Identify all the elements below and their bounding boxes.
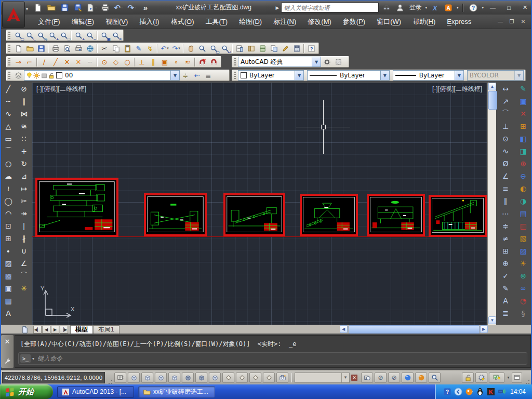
zoom-center-button[interactable]: + <box>47 31 58 41</box>
toolbar-button[interactable]: ⊞ <box>516 120 530 132</box>
scroll-up-button[interactable]: ▲ <box>488 83 496 90</box>
infer-constraints-toggle[interactable] <box>128 373 140 383</box>
break-at-point-button[interactable]: ∣ <box>17 220 31 232</box>
annotation-monitor-button[interactable] <box>276 373 288 383</box>
snap-mode-toggle[interactable] <box>141 373 153 383</box>
zoom-object-button[interactable]: □ <box>58 31 70 41</box>
sign-in-button[interactable] <box>394 2 406 14</box>
tab-layout1[interactable]: 布局1 <box>93 325 119 334</box>
toolbar-grip[interactable] <box>234 58 236 65</box>
snap-to-parallel-button[interactable]: ∥ <box>148 57 159 67</box>
command-prompt-caret-icon[interactable]: ▾ <box>32 356 34 361</box>
zoom-extents-button[interactable]: ✕ <box>110 31 122 41</box>
toolbar-button[interactable]: § <box>516 307 530 320</box>
menu-modify[interactable]: 修改(M) <box>302 15 337 29</box>
new-file-button[interactable] <box>31 2 44 14</box>
kaspersky-tray-icon[interactable]: K <box>487 388 495 396</box>
move-button[interactable]: + <box>17 145 31 157</box>
pan-realtime-button[interactable] <box>185 44 196 54</box>
arc-length-dimension-button[interactable]: ⌒ <box>499 108 512 120</box>
menu-edit[interactable]: 编辑(E) <box>66 15 100 29</box>
application-menu-button[interactable] <box>2 2 25 28</box>
menu-help[interactable]: 帮助(H) <box>407 15 441 29</box>
angular-dimension-button[interactable]: ∠ <box>499 170 512 182</box>
save-as-button[interactable] <box>72 2 84 14</box>
menu-view[interactable]: 视图(V) <box>100 15 134 29</box>
snap-to-tangent-button[interactable]: ○ <box>122 57 133 67</box>
menu-insert[interactable]: 插入(I) <box>134 15 165 29</box>
make-object-layer-current-button[interactable]: ≑ <box>180 71 191 81</box>
dimension-update-button[interactable]: ≣ <box>499 307 512 320</box>
extend-button[interactable]: ↠ <box>17 207 31 220</box>
toolbar-button[interactable]: ▤ <box>516 207 530 220</box>
layer-combo[interactable]: 00 ▼ <box>24 70 180 81</box>
scroll-right-button[interactable]: ▶ <box>480 325 488 333</box>
workspace-combo[interactable]: AutoCAD 经典 ▼ <box>238 57 321 67</box>
plot-preview-button[interactable] <box>61 44 73 54</box>
screen-station-drawing[interactable] <box>367 194 425 236</box>
toolbar-grip[interactable] <box>8 32 10 39</box>
menu-tools[interactable]: 工具(T) <box>200 15 233 29</box>
exchange-apps-button[interactable]: A <box>443 2 454 14</box>
snap-to-insert-button[interactable]: ▣ <box>159 57 170 67</box>
zoom-window-button[interactable]: ▭ <box>12 31 24 41</box>
lineweight-combo[interactable]: ByLayer ▼ <box>393 70 464 81</box>
next-tab-button[interactable]: ▶ <box>51 326 59 334</box>
previous-tab-button[interactable]: ◀ <box>42 326 50 334</box>
chevron-down-icon[interactable]: ▼ <box>295 71 303 80</box>
aligned-dimension-button[interactable]: ↗ <box>499 95 512 108</box>
toolbar-button[interactable]: ◔ <box>516 295 530 307</box>
quick-dimension-button[interactable]: ≡ <box>499 182 512 195</box>
search-flyout-icon[interactable]: ▶ <box>276 5 280 10</box>
snap-to-nearest-button[interactable]: ≈ <box>182 57 193 67</box>
linear-dimension-button[interactable]: ↔ <box>499 83 512 95</box>
plot-button[interactable] <box>50 44 61 54</box>
quickcalc-button[interactable] <box>291 44 302 54</box>
object-snap-toggle[interactable] <box>195 373 207 383</box>
rectangle-button[interactable]: ▭ <box>2 132 15 145</box>
toolbar-grip[interactable] <box>8 45 10 52</box>
search-input[interactable] <box>281 3 379 12</box>
tab-model[interactable]: 模型 <box>70 325 93 334</box>
properties-button[interactable] <box>234 44 245 54</box>
arc-button[interactable]: ⌒ <box>2 145 15 157</box>
snap-to-node-button[interactable]: ∘ <box>170 57 182 67</box>
menu-parametric[interactable]: 参数(P) <box>337 15 371 29</box>
tool-palettes-button[interactable] <box>257 44 268 54</box>
chevron-down-icon[interactable]: ▾ <box>95 6 97 10</box>
clean-screen-button[interactable] <box>512 373 522 383</box>
chevron-down-icon[interactable]: ▼ <box>341 373 349 382</box>
polar-tracking-toggle[interactable] <box>182 373 194 383</box>
spline-button[interactable]: ≀ <box>2 182 15 195</box>
snap-to-center-button[interactable]: ⊙ <box>99 57 110 67</box>
ellipse-arc-button[interactable]: ◠ <box>2 207 15 220</box>
command-input-row[interactable]: >_ ▾ 键入命令 <box>18 352 527 365</box>
temporary-track-point-button[interactable]: ⊸ <box>12 57 24 67</box>
drawing-canvas[interactable]: [-][俯视][二维线框] [-][俯视][二维线框] Y X <box>32 83 487 325</box>
toolbar-button[interactable]: ◑ <box>516 195 530 207</box>
ellipse-button[interactable]: ◯ <box>2 195 15 207</box>
menu-format[interactable]: 格式(O) <box>165 15 200 29</box>
radius-dimension-button[interactable]: ⊙ <box>499 132 512 145</box>
chevron-down-icon[interactable]: ▼ <box>170 71 179 80</box>
object-color-combo[interactable]: ByLayer ▼ <box>238 70 304 81</box>
offset-button[interactable]: ≋ <box>17 120 31 132</box>
print-button[interactable] <box>99 2 111 14</box>
publish-button[interactable] <box>73 44 84 54</box>
snap-none-button[interactable] <box>196 57 208 67</box>
model-space-button[interactable] <box>114 373 126 383</box>
block-editor-button[interactable]: ↯ <box>144 44 156 54</box>
toolbar-button[interactable]: ⊛ <box>516 270 530 282</box>
toolbar-button[interactable]: ▨ <box>516 245 530 257</box>
stretch-button[interactable]: ↦ <box>17 182 31 195</box>
menu-window[interactable]: 窗口(W) <box>371 15 407 29</box>
snap-to-midpoint-button[interactable]: ╱ <box>50 57 61 67</box>
snap-to-extension-button[interactable]: ┄ <box>84 57 96 67</box>
incline-conveyor-drawing[interactable] <box>429 195 487 237</box>
tray-clock[interactable]: 14:04 <box>510 388 526 395</box>
last-tab-button[interactable]: ▕▶ <box>60 326 68 334</box>
table-button[interactable]: ▦ <box>2 295 15 307</box>
circle-button[interactable]: ○ <box>2 157 15 170</box>
redo-button[interactable]: ↷▾ <box>126 2 138 14</box>
zoom-scale-button[interactable]: % <box>35 31 47 41</box>
